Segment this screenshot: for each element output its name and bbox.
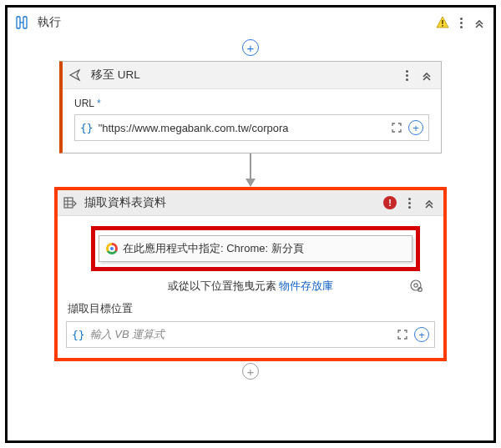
expand-editor-icon[interactable] [390,121,403,134]
indicate-in-chrome-label: 在此應用程式中指定: Chrome: 新分頁 [123,241,304,256]
indicate-in-chrome-button[interactable]: 在此應用程式中指定: Chrome: 新分頁 [99,235,412,262]
header-title: 執行 [38,15,61,30]
flow-connector [14,154,487,187]
drag-hint-text: 或從以下位置拖曳元素 [168,280,279,292]
extract-data-card: 擷取資料表資料 ! 在此應用程式中指定: Chrome: 新分頁 或從以下位置拖… [54,187,447,361]
extract-data-title: 擷取資料表資料 [84,195,377,210]
svg-rect-0 [17,17,20,28]
error-badge[interactable]: ! [383,196,397,209]
extract-target-placeholder: 輸入 VB 運算式 [90,327,391,342]
url-input-value: "https://www.megabank.com.tw/corpora [99,122,385,134]
svg-rect-4 [64,198,73,208]
highlight-box: 在此應用程式中指定: Chrome: 新分頁 [91,226,420,271]
expression-braces-icon: {} [72,329,85,341]
go-to-url-icon [68,67,84,83]
go-to-url-collapse-icon[interactable] [419,68,434,83]
add-activity-top-button[interactable]: + [242,39,259,56]
svg-rect-2 [442,20,443,24]
chrome-icon [106,243,118,254]
header-collapse-icon[interactable] [472,15,487,30]
extract-collapse-icon[interactable] [422,195,437,210]
svg-point-5 [411,280,421,290]
add-activity-bottom-button[interactable]: + [242,363,259,380]
warning-icon[interactable] [435,15,450,30]
url-field-label: URL * [74,98,429,109]
svg-point-6 [414,284,418,287]
go-to-url-card: 移至 URL URL * {} "https://www.megabank.co… [59,61,442,154]
svg-rect-1 [23,17,27,28]
required-star: * [97,98,101,109]
extract-target-label: 擷取目標位置 [66,300,435,321]
expand-editor-icon[interactable] [396,328,409,341]
go-to-url-more-menu[interactable] [401,70,412,81]
extract-target-add-button[interactable]: + [414,327,429,342]
svg-rect-3 [442,25,443,27]
extract-target-input[interactable]: {} 輸入 VB 運算式 + [66,321,435,348]
go-to-url-title: 移至 URL [91,68,394,83]
object-repository-link[interactable]: 物件存放庫 [279,280,333,292]
url-add-button[interactable]: + [408,120,423,135]
header-more-menu[interactable] [455,18,467,28]
target-selector-icon[interactable] [408,278,423,293]
expression-braces-icon: {} [80,122,94,134]
url-input[interactable]: {} "https://www.megabank.com.tw/corpora … [74,114,429,141]
extract-data-icon [63,195,78,210]
execute-icon [14,15,29,30]
extract-more-menu[interactable] [403,198,415,209]
